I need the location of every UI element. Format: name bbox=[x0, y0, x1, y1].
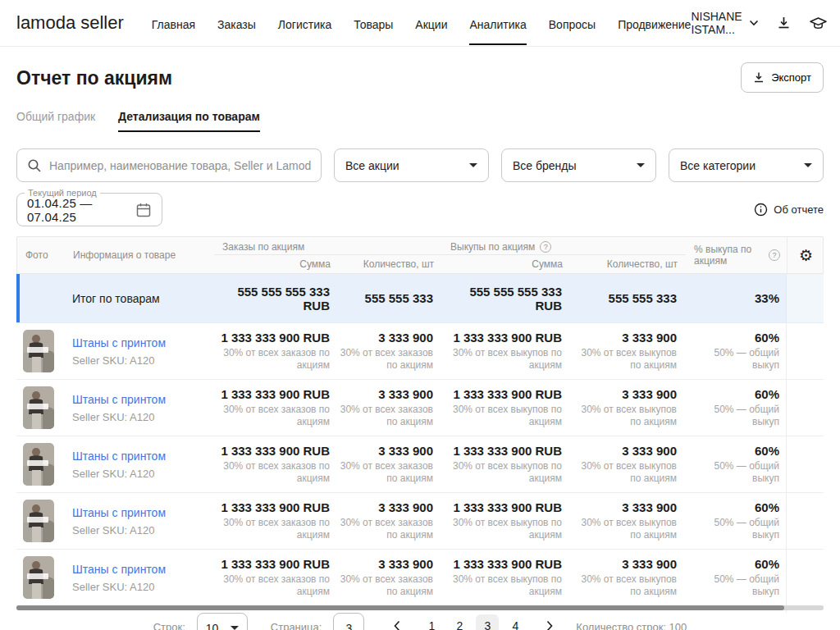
row-settings-cell bbox=[786, 436, 824, 492]
page-number-value: 3 bbox=[345, 622, 352, 630]
buyouts-sum-note: 30% от всех выкупов по акциям bbox=[441, 460, 562, 485]
export-button[interactable]: Экспорт bbox=[741, 62, 824, 93]
rows-per-page-select[interactable]: 10 bbox=[197, 613, 248, 630]
account-menu[interactable]: NISHANE ISTAM... bbox=[691, 10, 758, 36]
gear-icon[interactable]: ⚙ bbox=[799, 246, 813, 264]
product-photo[interactable] bbox=[23, 330, 54, 372]
period-date-field[interactable]: Текущий период 01.04.25 — 07.04.25 bbox=[16, 193, 162, 226]
orders-qty-note: 30% от всех заказов по акциям bbox=[338, 347, 433, 372]
nav-item-logistics[interactable]: Логистика bbox=[278, 2, 331, 45]
nav-item-promotion[interactable]: Продвижение bbox=[618, 2, 691, 45]
buyout-percent-cell: 60% 50% — общий выкуп bbox=[685, 500, 786, 541]
buyout-percent-cell: 60% 50% — общий выкуп bbox=[685, 444, 786, 485]
nav-item-questions[interactable]: Вопросы bbox=[549, 2, 596, 45]
product-name-link[interactable]: Штаны с принтом bbox=[72, 450, 213, 463]
nav-item-home[interactable]: Главная bbox=[152, 2, 195, 45]
next-page-icon[interactable] bbox=[546, 620, 553, 630]
table-row: Штаны с принтом Seller SKU: A120 1 333 3… bbox=[16, 380, 824, 436]
product-photo[interactable] bbox=[23, 556, 54, 599]
buyouts-sum-note: 30% от всех выкупов по акциям bbox=[441, 517, 562, 541]
buyouts-qty-cell: 3 333 900 30% от всех выкупов по акциям bbox=[570, 557, 685, 598]
product-photo-cell bbox=[16, 556, 72, 599]
buyout-percent-note: 50% — общий выкуп bbox=[685, 404, 779, 428]
product-name-link[interactable]: Штаны с принтом bbox=[72, 393, 213, 406]
calendar-icon[interactable] bbox=[135, 202, 152, 218]
prev-page-icon[interactable] bbox=[394, 620, 400, 630]
tab-product-details[interactable]: Детализация по товарам bbox=[118, 110, 260, 132]
filters-row: Все акции Все бренды Все категории bbox=[16, 148, 824, 182]
nav-item-analytics[interactable]: Аналитика bbox=[469, 2, 526, 45]
page-input-label: Страница: bbox=[271, 621, 322, 630]
caret-down-icon bbox=[804, 163, 812, 167]
product-name-link[interactable]: Штаны с принтом bbox=[72, 336, 213, 349]
buyout-percent-note: 50% — общий выкуп bbox=[685, 517, 779, 541]
page-1-button[interactable]: 1 bbox=[420, 614, 443, 630]
info-icon bbox=[754, 203, 768, 217]
buyouts-qty-value: 3 333 900 bbox=[570, 331, 677, 345]
promo-filter-select[interactable]: Все акции bbox=[334, 148, 489, 182]
horizontal-scrollbar-thumb[interactable] bbox=[16, 605, 784, 610]
horizontal-scrollbar-track[interactable] bbox=[16, 605, 824, 610]
product-info-cell: Штаны с принтом Seller SKU: A120 bbox=[72, 393, 213, 423]
header-buyouts-group: Выкупы по акциям ? bbox=[442, 237, 686, 255]
orders-qty-cell: 3 333 900 30% от всех заказов по акциям bbox=[338, 500, 441, 541]
product-photo[interactable] bbox=[23, 443, 54, 486]
buyouts-sum-note: 30% от всех выкупов по акциям bbox=[441, 404, 562, 428]
page-title: Отчет по акциям bbox=[16, 67, 824, 89]
nav-item-orders[interactable]: Заказы bbox=[217, 2, 256, 45]
academy-graduation-cap-icon[interactable] bbox=[809, 16, 828, 30]
page-3-button[interactable]: 3 bbox=[476, 614, 499, 630]
search-input[interactable] bbox=[49, 159, 311, 172]
buyout-percent-note: 50% — общий выкуп bbox=[685, 460, 779, 485]
product-sku: Seller SKU: A120 bbox=[72, 354, 213, 367]
header-orders-qty: Количество, шт bbox=[339, 258, 442, 270]
summary-orders-sum: 555 555 555 333 RUB bbox=[213, 285, 338, 313]
header-buyouts-group-label: Выкупы по акциям bbox=[450, 241, 535, 253]
lamoda-seller-logo[interactable]: lamoda seller bbox=[16, 12, 124, 34]
summary-settings-cell bbox=[786, 274, 824, 322]
category-filter-value: Все категории bbox=[680, 159, 756, 172]
summary-buyouts-qty: 555 555 333 bbox=[570, 291, 685, 305]
buyouts-sum-cell: 1 333 333 900 RUB 30% от всех выкупов по… bbox=[441, 331, 570, 372]
product-photo[interactable] bbox=[23, 500, 54, 542]
nav-item-promotions[interactable]: Акции bbox=[415, 2, 447, 45]
tab-overall-chart[interactable]: Общий график bbox=[16, 110, 95, 132]
page-2-button[interactable]: 2 bbox=[448, 614, 471, 630]
orders-qty-value: 3 333 900 bbox=[338, 557, 433, 571]
orders-qty-note: 30% от всех заказов по акциям bbox=[338, 517, 433, 541]
brand-filter-select[interactable]: Все бренды bbox=[501, 148, 656, 182]
product-info-cell: Штаны с принтом Seller SKU: A120 bbox=[72, 563, 213, 593]
page-4-button[interactable]: 4 bbox=[504, 614, 527, 630]
question-icon[interactable]: ? bbox=[540, 241, 551, 253]
header-buyout-percent: % выкупа по акциям ? bbox=[686, 244, 787, 267]
product-search[interactable] bbox=[16, 148, 322, 182]
main-nav: Главная Заказы Логистика Товары Акции Ан… bbox=[152, 2, 692, 45]
header-orders-group-label: Заказы по акциям bbox=[222, 241, 304, 253]
buyout-percent-note: 50% — общий выкуп bbox=[685, 347, 779, 372]
buyouts-sum-value: 1 333 333 900 RUB bbox=[441, 331, 562, 345]
orders-sum-value: 1 333 333 900 RUB bbox=[213, 387, 330, 401]
product-photo[interactable] bbox=[23, 386, 54, 429]
question-icon[interactable]: ? bbox=[769, 249, 780, 261]
product-name-link[interactable]: Штаны с принтом bbox=[72, 506, 213, 519]
buyouts-sum-cell: 1 333 333 900 RUB 30% от всех выкупов по… bbox=[441, 387, 570, 428]
account-name: NISHANE ISTAM... bbox=[691, 10, 742, 36]
category-filter-select[interactable]: Все категории bbox=[669, 148, 824, 182]
about-report-label: Об отчете bbox=[774, 203, 824, 216]
buyouts-qty-cell: 3 333 900 30% от всех выкупов по акциям bbox=[570, 500, 685, 541]
orders-sum-cell: 1 333 333 900 RUB 30% от всех заказов по… bbox=[213, 557, 338, 598]
rows-per-page-value: 10 bbox=[206, 622, 219, 630]
page-number-input[interactable]: 3 bbox=[333, 613, 364, 630]
about-report-link[interactable]: Об отчете bbox=[754, 203, 824, 217]
nav-item-products[interactable]: Товары bbox=[354, 2, 393, 45]
buyout-percent-value: 60% bbox=[685, 557, 779, 571]
orders-sum-note: 30% от всех заказов по акциям bbox=[213, 517, 330, 541]
product-name-link[interactable]: Штаны с принтом bbox=[72, 563, 213, 576]
buyouts-qty-cell: 3 333 900 30% от всех выкупов по акциям bbox=[570, 331, 685, 372]
buyouts-qty-value: 3 333 900 bbox=[570, 387, 677, 401]
download-reports-icon[interactable] bbox=[777, 16, 791, 31]
buyouts-qty-note: 30% от всех выкупов по акциям bbox=[570, 460, 677, 485]
orders-qty-cell: 3 333 900 30% от всех заказов по акциям bbox=[338, 557, 441, 598]
products-table: Фото Информация о товаре Заказы по акция… bbox=[16, 236, 824, 630]
orders-sum-note: 30% от всех заказов по акциям bbox=[213, 460, 330, 485]
